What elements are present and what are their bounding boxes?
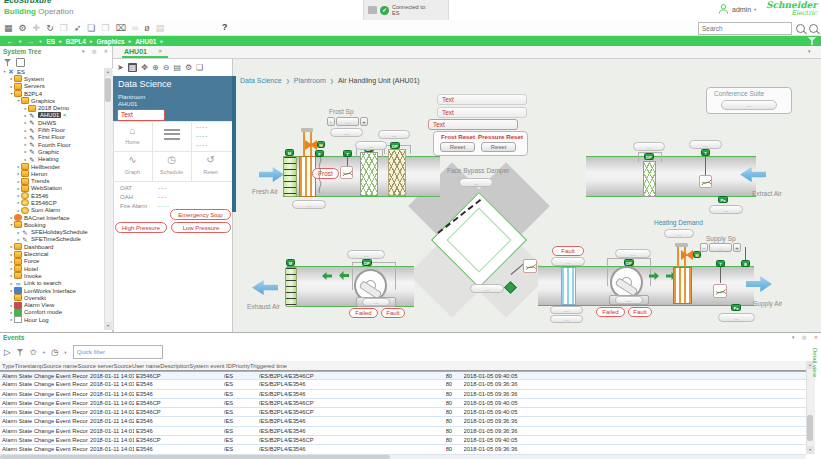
events-table-header[interactable]: TypeTimestampSource nameSource serverSou… (0, 361, 806, 371)
tree-item-label[interactable]: E3546 (31, 193, 48, 199)
home-icon[interactable]: ⌂ (113, 125, 152, 136)
text-box-3[interactable]: Text (428, 119, 518, 130)
graphic-tool-icon[interactable]: ✥ (141, 63, 148, 72)
favorites-icon[interactable]: ✩ (30, 347, 37, 357)
tree-item[interactable]: ▸ Force (0, 258, 104, 265)
tree-item[interactable]: ▸ Hellbender (0, 163, 104, 170)
graphic-tool-icon[interactable]: ❏ (196, 63, 203, 72)
tree-item-label[interactable]: Sum Alarm (31, 207, 60, 213)
toolbar-icon[interactable]: ❐ (60, 21, 68, 35)
tree-scrollbar[interactable] (104, 68, 113, 330)
tree-item[interactable]: Oversikt (0, 294, 104, 301)
column-header[interactable]: Type (2, 361, 15, 371)
trend-chart-icon[interactable] (713, 284, 727, 298)
column-header[interactable]: Source (114, 361, 132, 371)
toolbar-icon[interactable]: ⚙ (19, 21, 27, 35)
event-row[interactable]: Alarm State Change Event Record 2018-01-… (0, 390, 806, 399)
low-pressure-button[interactable]: Low Pressure (171, 222, 231, 233)
value-box[interactable]: ... (347, 250, 385, 259)
tree-item[interactable]: ▸ 2018 Demo (0, 104, 104, 111)
tree-item-label[interactable]: Heating (38, 156, 59, 162)
events-scroll-thumb[interactable] (807, 415, 813, 441)
value-box[interactable]: ... (689, 140, 722, 149)
toolbar-icon[interactable]: ø (144, 21, 150, 35)
value-box[interactable]: ... (551, 257, 585, 266)
toolbar-icon[interactable]: ✚ (33, 21, 41, 35)
toolbar-icon[interactable]: ↻ (46, 21, 54, 35)
value-box[interactable]: ... (709, 205, 743, 214)
schedule-icon[interactable]: ◷ (152, 154, 191, 165)
tree-item[interactable]: ▸ DHWS (0, 119, 104, 126)
tree-filter-icon[interactable] (4, 59, 11, 66)
tab-close-icon[interactable]: ✕ (158, 48, 163, 54)
frost-sp-decrement[interactable]: - (327, 117, 335, 126)
trend-chart-icon[interactable] (699, 175, 712, 188)
face-bypass-value[interactable]: ... (459, 178, 493, 187)
conference-suite-value[interactable]: ... (721, 100, 777, 110)
detail-view-tab[interactable]: Detail view (812, 348, 818, 377)
fan-fault-label[interactable]: Fault (381, 308, 405, 318)
frost-sp-increment[interactable]: + (360, 117, 368, 126)
tree-item[interactable]: ▾ Graphics (0, 97, 104, 104)
panel-value-1[interactable]: ---- (196, 124, 208, 130)
tree-item-label[interactable]: First Floor (38, 134, 65, 140)
trend-chart-icon[interactable] (340, 166, 353, 179)
tree-item[interactable]: ▸ Fourth Floor (0, 141, 104, 148)
toolbar-icon[interactable]: ❐ (101, 21, 109, 35)
tree-item[interactable]: ▾ B2PL4 (0, 90, 104, 97)
tab-ahu01[interactable]: AHU01 (124, 48, 147, 55)
high-pressure-button[interactable]: High Pressure (115, 222, 167, 233)
event-row[interactable]: Alarm State Change Event Record 2018-01-… (0, 380, 806, 389)
favorites-caret-icon[interactable]: ▾ (43, 350, 45, 355)
value-box[interactable]: ... (355, 141, 387, 150)
graphic-tool-icon[interactable]: ▤ (173, 63, 181, 72)
user-menu[interactable]: admin ▾ (718, 3, 756, 15)
tree-item-label[interactable]: Oversikt (24, 295, 46, 301)
event-row[interactable]: Alarm State Change Event Record 2018-01-… (0, 427, 806, 436)
search-input[interactable] (698, 22, 792, 35)
supply-sp-value[interactable]: ... (709, 243, 732, 252)
event-row[interactable]: Alarm State Change Event Record 2018-01-… (0, 408, 806, 417)
quick-filter-input[interactable] (73, 345, 163, 359)
menu-icon[interactable] (164, 129, 180, 140)
graphic-tool-icon[interactable]: ⊖ (163, 63, 170, 72)
tree-item[interactable]: ▾ Booking (0, 221, 104, 228)
tree-item[interactable]: ▸ Dashboard (0, 243, 104, 250)
tree-item[interactable]: ▸ Trends (0, 177, 104, 184)
events-panel-controls[interactable]: ▾ ◎ ✕ (792, 334, 821, 340)
tree-item[interactable]: ▸ Hotel (0, 265, 104, 272)
tree-item-label[interactable]: Alarm View (24, 302, 54, 308)
tree-item-label[interactable]: Fourth Floor (38, 142, 71, 148)
tree-item-label[interactable]: DHWS (38, 120, 56, 126)
value-box[interactable]: ... (633, 142, 665, 151)
event-row[interactable]: Alarm State Change Event Record 2018-01-… (0, 417, 806, 426)
tree-item-label[interactable]: Heron (31, 171, 47, 177)
panel-collapse-icon[interactable]: ▾ (808, 48, 811, 54)
supply-sp-decrement[interactable]: - (700, 243, 708, 252)
home-label[interactable]: Home (113, 139, 152, 145)
tree-item-label[interactable]: SFEHolidaySchedule (31, 229, 88, 235)
fan-value-box[interactable]: ... (615, 296, 643, 304)
tree-item-label[interactable]: AHU01 (38, 112, 61, 118)
event-row[interactable]: Alarm State Change Event Record 2018-01-… (0, 436, 806, 445)
pressure-reset-button[interactable]: Reset (481, 142, 516, 152)
column-header[interactable]: Source server (78, 361, 114, 371)
tree-item[interactable]: ▸ Sum Alarm (0, 207, 104, 214)
tree-item[interactable]: ▸ Invoke (0, 272, 104, 279)
value-box[interactable]: ... (378, 130, 410, 139)
value-box[interactable]: ... (718, 313, 755, 322)
text-box-2[interactable]: Text (437, 107, 527, 118)
event-row[interactable]: Alarm State Change Event Record 2018-01-… (0, 371, 806, 380)
graphic-tool-icon[interactable]: ⊕ (152, 63, 159, 72)
tree-item-label[interactable]: Fifth Floor (38, 127, 65, 133)
tree-item-label[interactable]: WebStation (31, 185, 62, 191)
tree-item[interactable]: ▸ Fifth Floor (0, 126, 104, 133)
tree-item-label[interactable]: Booking (24, 222, 46, 228)
tree-item-label[interactable]: Trends (31, 178, 49, 184)
forward-button[interactable]: → (26, 37, 34, 46)
graphic-tool-icon[interactable]: ➤ (117, 63, 124, 72)
tree-item[interactable]: ▸ AHU01 < (0, 112, 104, 119)
panel-value-3[interactable]: ---- (196, 142, 208, 148)
value-box[interactable]: ... (292, 200, 326, 209)
toolbar-icon[interactable]: ❏ (87, 21, 95, 35)
